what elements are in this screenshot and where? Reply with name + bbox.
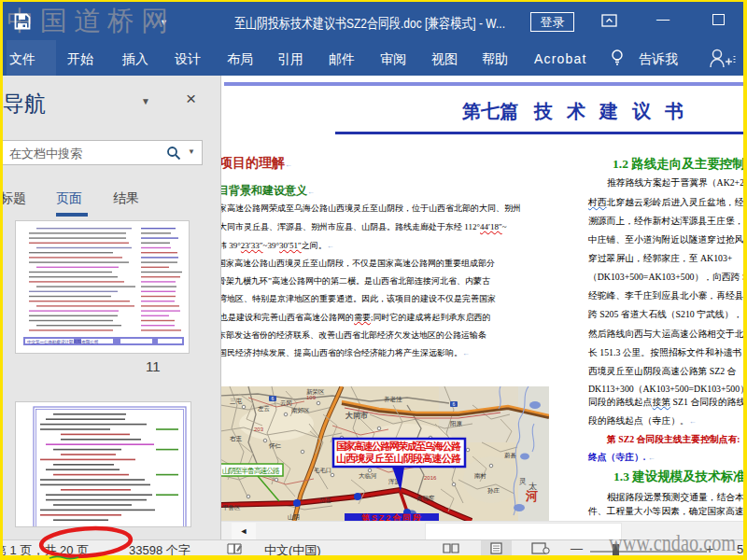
- svg-text:平鲁区: 平鲁区: [222, 504, 241, 511]
- svg-text:山阴至半鲁高速公路: 山阴至半鲁高速公路: [222, 467, 280, 475]
- svg-text:6: 6: [272, 396, 275, 401]
- svg-text:6: 6: [453, 401, 456, 407]
- svg-text:南郊区: 南郊区: [291, 407, 310, 413]
- svg-text:左云: 左云: [258, 405, 271, 412]
- svg-text:毛毛口: 毛毛口: [314, 467, 332, 474]
- svg-text:中交第一公路勘察设计研究院有限公司: 中交第一公路勘察设计研究院有限公司: [27, 339, 99, 344]
- svg-text:怀仁: 怀仁: [268, 442, 282, 449]
- svg-text:岱岳: 岱岳: [319, 497, 332, 503]
- svg-text:大临河: 大临河: [359, 472, 377, 480]
- svg-text:山阴: 山阴: [288, 513, 300, 521]
- svg-text:青磁窑: 青磁窑: [416, 495, 435, 501]
- svg-text:新荣区: 新荣区: [306, 388, 325, 395]
- svg-text:云冈: 云冈: [280, 399, 292, 407]
- svg-text:南村: 南村: [474, 472, 486, 480]
- svg-text:国家高速公路网荣成至乌海公路: 国家高速公路网荣成至乌海公路: [336, 441, 461, 452]
- svg-text:养老洼: 养老洼: [384, 396, 402, 403]
- svg-text:2016: 2016: [424, 475, 437, 481]
- svg-text:109: 109: [306, 395, 317, 400]
- svg-text:大同市: 大同市: [345, 411, 368, 420]
- svg-text:河: 河: [525, 489, 538, 503]
- svg-text:阳原: 阳原: [450, 420, 463, 427]
- svg-text:灵: 灵: [519, 477, 527, 485]
- svg-text:山西境灵丘至山阴段高速公路: 山西境灵丘至山阴段高速公路: [336, 453, 461, 464]
- svg-text:右玉: 右玉: [230, 435, 243, 442]
- svg-text:蔚县: 蔚县: [504, 452, 517, 458]
- svg-text:三屯: 三屯: [230, 398, 243, 404]
- svg-text:203: 203: [254, 427, 264, 432]
- svg-text:孙庄: 孙庄: [487, 487, 500, 494]
